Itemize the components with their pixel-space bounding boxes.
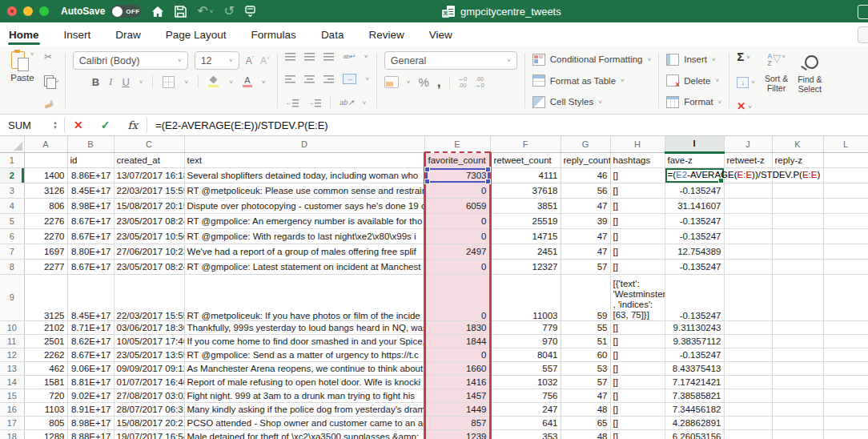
cell-G6[interactable]: 47 bbox=[561, 228, 610, 244]
cell-A3[interactable]: 3126 bbox=[24, 183, 67, 198]
cell-C9[interactable]: 22/03/2017 15:55 bbox=[114, 274, 184, 320]
cell-G16[interactable]: 48 bbox=[561, 402, 610, 416]
align-middle-button[interactable] bbox=[304, 52, 315, 61]
cell-H15[interactable]: [] bbox=[610, 389, 665, 402]
cell-A5[interactable]: 2276 bbox=[24, 213, 67, 228]
cell-D1[interactable]: text bbox=[184, 152, 424, 167]
cell-B11[interactable]: 8.62E+17 bbox=[67, 334, 114, 348]
cell-G18[interactable]: 48 bbox=[561, 429, 610, 439]
cell-B18[interactable]: 8.88E+17 bbox=[67, 429, 114, 439]
cell-E8[interactable]: 0 bbox=[424, 259, 490, 274]
cell-H2[interactable]: [] bbox=[610, 167, 665, 183]
column-header-J[interactable]: J bbox=[724, 136, 772, 152]
cell-C10[interactable]: 03/06/2017 18:30 bbox=[114, 320, 184, 334]
cell-D13[interactable]: As Manchester Arena reopens, we continue… bbox=[184, 361, 424, 375]
ribbon-display-icon[interactable] bbox=[245, 6, 255, 17]
row-header-6[interactable]: 6 bbox=[0, 228, 24, 244]
cell-L10[interactable] bbox=[823, 320, 868, 334]
cell-F12[interactable]: 8041 bbox=[490, 348, 561, 361]
cell-J14[interactable] bbox=[724, 375, 772, 389]
cell-D6[interactable]: RT @gmpolice: With regards to last night… bbox=[184, 228, 424, 244]
cell-C2[interactable]: 13/07/2017 16:18 bbox=[114, 167, 184, 183]
cell-J3[interactable] bbox=[724, 183, 772, 198]
cell-L13[interactable] bbox=[823, 361, 868, 375]
font-name-select[interactable]: Calibri (Body)˅ bbox=[73, 51, 188, 70]
cell-H13[interactable]: [] bbox=[610, 361, 665, 375]
cell-C4[interactable]: 15/08/2017 20:15 bbox=[114, 198, 184, 213]
cell-A7[interactable]: 1697 bbox=[24, 244, 67, 259]
cell-D11[interactable]: If you come home to find door smashed in… bbox=[184, 334, 424, 348]
cell-D17[interactable]: PCSO attended - Shop owner and customer … bbox=[184, 416, 424, 429]
cell-A11[interactable]: 2501 bbox=[24, 334, 67, 348]
cell-C17[interactable]: 15/08/2017 20:21 bbox=[114, 416, 184, 429]
insert-button[interactable]: Insert˅ bbox=[666, 51, 721, 67]
cell-G8[interactable]: 57 bbox=[561, 259, 610, 274]
increase-indent-button[interactable]: → bbox=[307, 99, 321, 107]
row-header-17[interactable]: 17 bbox=[0, 416, 24, 429]
grow-font-button[interactable]: Aˆ bbox=[246, 55, 254, 66]
cell-L12[interactable] bbox=[823, 348, 868, 361]
cell-C11[interactable]: 10/05/2017 17:46 bbox=[114, 334, 184, 348]
cell-L15[interactable] bbox=[823, 389, 868, 402]
wrap-text-button[interactable]: ab↩ bbox=[343, 53, 356, 60]
number-format-select[interactable]: General˅ bbox=[384, 51, 517, 70]
formula-input[interactable]: =(E2-AVERAGE(E:E))/STDEV.P(E:E) bbox=[155, 119, 328, 131]
cell-E12[interactable]: 0 bbox=[424, 348, 490, 361]
cell-K11[interactable] bbox=[772, 334, 823, 348]
align-left-button[interactable] bbox=[285, 75, 295, 83]
row-header-11[interactable]: 11 bbox=[0, 334, 24, 348]
cell-D4[interactable]: Dispute over photocopying - customer say… bbox=[184, 198, 424, 213]
cell-L18[interactable] bbox=[823, 429, 868, 439]
comma-style-button[interactable]: , bbox=[437, 79, 441, 87]
cell-G5[interactable]: 39 bbox=[561, 213, 610, 228]
cell-D15[interactable]: Fight night. 999 at 3am to a drunk man t… bbox=[184, 389, 424, 402]
name-box-stepper[interactable]: ▲▼ bbox=[53, 120, 58, 130]
cell-B8[interactable]: 8.67E+17 bbox=[67, 259, 114, 274]
cell-H10[interactable]: [] bbox=[610, 320, 665, 334]
column-header-E[interactable]: E bbox=[424, 136, 490, 152]
cell-C6[interactable]: 23/05/2017 10:56 bbox=[114, 228, 184, 244]
cell-L11[interactable] bbox=[823, 334, 868, 348]
cell-J4[interactable] bbox=[724, 198, 772, 213]
tab-insert[interactable]: Insert bbox=[63, 25, 92, 45]
cell-E14[interactable]: 1416 bbox=[424, 375, 490, 389]
tab-view[interactable]: View bbox=[428, 25, 453, 45]
cell-F3[interactable]: 37618 bbox=[490, 183, 561, 198]
cell-G14[interactable]: 57 bbox=[561, 375, 610, 389]
cell-A15[interactable]: 720 bbox=[24, 389, 67, 402]
cell-H9[interactable]: [{'text': 'Westminster' , 'indices': [63… bbox=[610, 274, 665, 320]
cell-I10[interactable]: 9.31130243 bbox=[665, 320, 724, 334]
cell-F1[interactable]: retweet_count bbox=[490, 152, 561, 167]
cell-G7[interactable]: 47 bbox=[561, 244, 610, 259]
row-header-3[interactable]: 3 bbox=[0, 183, 24, 198]
cell-J18[interactable] bbox=[724, 429, 772, 439]
cell-H4[interactable]: [] bbox=[610, 198, 665, 213]
cell-E1[interactable]: favorite_count bbox=[424, 152, 490, 167]
cell-I7[interactable]: 12.754389 bbox=[665, 244, 724, 259]
cell-B3[interactable]: 8.45E+17 bbox=[67, 183, 114, 198]
align-center-button[interactable] bbox=[304, 75, 315, 83]
cell-A12[interactable]: 2262 bbox=[24, 348, 67, 361]
cell-K9[interactable] bbox=[772, 274, 823, 320]
close-button[interactable] bbox=[7, 6, 17, 16]
cell-E6[interactable]: 0 bbox=[424, 228, 490, 244]
cell-I12[interactable]: -0.135247 bbox=[665, 348, 724, 361]
cell-B13[interactable]: 9.06E+17 bbox=[67, 361, 114, 375]
cell-I17[interactable]: 4.28862891 bbox=[665, 416, 724, 429]
tab-formulas[interactable]: Formulas bbox=[251, 25, 297, 45]
find-select-button[interactable]: Find &Select bbox=[798, 51, 822, 111]
cell-K13[interactable] bbox=[772, 361, 823, 375]
cell-F10[interactable]: 779 bbox=[490, 320, 561, 334]
cell-K15[interactable] bbox=[772, 389, 823, 402]
cell-L17[interactable] bbox=[823, 416, 868, 429]
fill-color-button[interactable] bbox=[208, 76, 219, 87]
cell-F5[interactable]: 25519 bbox=[490, 213, 561, 228]
cell-K1[interactable]: reply-z bbox=[772, 152, 823, 167]
cell-A2[interactable]: 1400 bbox=[24, 167, 67, 183]
align-top-button[interactable] bbox=[285, 52, 295, 61]
row-header-2[interactable]: 2 bbox=[0, 167, 24, 183]
cell-D16[interactable]: Many kindly asking if the police dog fro… bbox=[184, 402, 424, 416]
cell-styles-button[interactable]: Cell Styles˅ bbox=[532, 94, 651, 110]
cell-H5[interactable]: [] bbox=[610, 213, 665, 228]
cell-J12[interactable] bbox=[724, 348, 772, 361]
